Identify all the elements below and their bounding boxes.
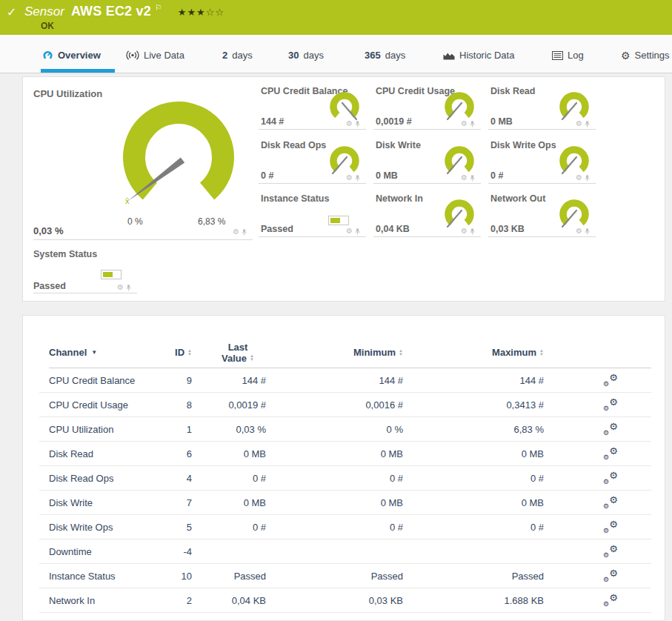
gauge-max-label: 6,83 %: [198, 216, 225, 227]
flag-icon[interactable]: ⚐: [155, 3, 162, 13]
table-body: CPU Credit Balance 9 144 # 144 # 144 # ⚙…: [23, 368, 665, 613]
cell-id: 8: [171, 399, 201, 411]
pin-icon[interactable]: [470, 228, 475, 235]
tab-2-days[interactable]: 2 days: [222, 50, 253, 61]
table-row-cpu-credit-balance[interactable]: CPU Credit Balance 9 144 # 144 # 144 # ⚙…: [23, 368, 665, 393]
status-bar-fill: [103, 272, 113, 277]
gear-icon[interactable]: ⚙: [346, 120, 353, 127]
table-row-disk-read-ops[interactable]: Disk Read Ops 4 0 # 0 # 0 # ⚙⚙: [23, 466, 665, 491]
cell-minimum: 0 #: [275, 522, 412, 533]
tab-overview[interactable]: Overview: [42, 50, 101, 61]
channel-settings-icon[interactable]: ⚙⚙: [603, 448, 618, 460]
tab-365-days[interactable]: 365 days: [365, 50, 405, 61]
channel-tile-network-out[interactable]: Network Out 0,03 KB ⚙: [488, 190, 596, 237]
sensor-status-badge: OK: [41, 21, 54, 31]
channel-tile-title: Disk Read: [490, 86, 535, 96]
tab-label: days: [303, 50, 323, 61]
channel-settings-icon[interactable]: ⚙⚙: [603, 423, 618, 436]
gear-icon[interactable]: ⚙: [346, 228, 353, 235]
channel-tile-cpu-credit-balance[interactable]: CPU Credit Balance 144 # ⚙: [259, 83, 366, 130]
gear-icon[interactable]: ⚙: [233, 228, 239, 236]
pin-icon[interactable]: [470, 121, 475, 127]
tab-log[interactable]: Log: [552, 50, 584, 61]
cell-maximum: 1.688 KB: [412, 595, 553, 606]
channel-tile-system-status[interactable]: System Status Passed ⚙: [33, 246, 137, 293]
cell-id: 6: [171, 448, 201, 459]
column-header-id[interactable]: ID▲▼: [171, 347, 201, 358]
cell-id: 10: [171, 571, 201, 582]
cell-channel: Network In: [49, 595, 171, 606]
channel-settings-icon[interactable]: ⚙⚙: [603, 497, 618, 509]
gear-icon[interactable]: ⚙: [576, 174, 582, 182]
gear-icon[interactable]: ⚙: [117, 284, 124, 291]
channel-tile-disk-write[interactable]: Disk Write 0 MB ⚙: [373, 137, 481, 184]
pin-icon[interactable]: [585, 121, 590, 127]
pin-icon[interactable]: [126, 285, 131, 291]
pin-icon[interactable]: [355, 121, 360, 127]
cell-minimum: 0,03 KB: [275, 595, 412, 606]
column-header-channel[interactable]: Channel▼: [49, 347, 171, 358]
table-row-instance-status[interactable]: Instance Status 10 Passed Passed Passed …: [23, 564, 665, 588]
column-header-maximum[interactable]: Maximum▲▼: [412, 347, 553, 358]
main-gauge: [116, 88, 242, 207]
channel-tile-network-in[interactable]: Network In 0,04 KB ⚙: [373, 190, 481, 237]
table-row-disk-read[interactable]: Disk Read 6 0 MB 0 MB 0 MB ⚙⚙: [23, 442, 665, 466]
tab-settings[interactable]: ⚙ Settings: [621, 50, 670, 61]
channel-settings-icon[interactable]: ⚙⚙: [603, 570, 618, 582]
tile-tools: ⚙: [117, 284, 131, 291]
gear-icon[interactable]: ⚙: [576, 120, 582, 127]
pin-icon[interactable]: [585, 175, 590, 182]
table-row-downtime[interactable]: Downtime -4 ⚙⚙: [23, 539, 665, 564]
tab-label: Live Data: [144, 50, 184, 61]
gear-icon[interactable]: ⚙: [576, 228, 582, 235]
channel-settings-icon[interactable]: ⚙⚙: [603, 399, 618, 411]
cell-last-value: 144 #: [201, 375, 275, 386]
channel-settings-icon[interactable]: ⚙⚙: [603, 374, 618, 387]
channel-tile-value: 144 #: [261, 116, 284, 127]
column-header-last-value[interactable]: LastValue▲▼: [201, 342, 275, 364]
gear-icon[interactable]: ⚙: [461, 228, 468, 235]
table-row-cpu-utilization[interactable]: CPU Utilization 1 0,03 % 0 % 6,83 % ⚙⚙: [23, 417, 665, 442]
cell-id: 4: [171, 473, 201, 484]
tab-historic-data[interactable]: Historic Data: [443, 50, 514, 61]
table-row-disk-write-ops[interactable]: Disk Write Ops 5 0 # 0 # 0 # ⚙⚙: [23, 515, 665, 539]
pin-icon[interactable]: [355, 228, 360, 235]
channel-settings-icon[interactable]: ⚙⚙: [603, 545, 618, 558]
channel-tile-cpu-utilization[interactable]: CPU Utilization x̄ 0 % 6,83 % 0,03 % ⚙: [33, 83, 253, 240]
cell-id: -4: [171, 546, 201, 557]
channel-settings-icon[interactable]: ⚙⚙: [603, 472, 618, 485]
cell-id: 5: [171, 522, 201, 533]
table-row-cpu-credit-usage[interactable]: CPU Credit Usage 8 0,0019 # 0,0016 # 0,3…: [23, 393, 665, 417]
channel-tile-value: 0,03 %: [33, 225, 63, 236]
tab-30-days[interactable]: 30 days: [288, 50, 324, 61]
pin-icon[interactable]: [242, 229, 247, 236]
tab-number: 365: [365, 50, 381, 61]
mean-marker: x̄: [125, 196, 130, 205]
cell-last-value: Passed: [201, 571, 275, 582]
gear-icon[interactable]: ⚙: [461, 120, 468, 127]
table-row-disk-write[interactable]: Disk Write 7 0 MB 0 MB 0 MB ⚙⚙: [23, 491, 665, 515]
channel-tile-disk-write-ops[interactable]: Disk Write Ops 0 # ⚙: [488, 137, 596, 184]
pin-icon[interactable]: [355, 175, 360, 182]
channel-tile-disk-read-ops[interactable]: Disk Read Ops 0 # ⚙: [259, 137, 366, 184]
table-row-network-in[interactable]: Network In 2 0,04 KB 0,03 KB 1.688 KB ⚙⚙: [23, 588, 665, 613]
cell-channel: Downtime: [49, 546, 171, 557]
tab-label: Log: [568, 50, 584, 61]
gear-icon[interactable]: ⚙: [346, 174, 353, 182]
channel-settings-icon[interactable]: ⚙⚙: [603, 594, 618, 607]
tile-tools: ⚙: [346, 120, 360, 127]
gear-icon[interactable]: ⚙: [461, 174, 468, 182]
pin-icon[interactable]: [470, 175, 475, 182]
priority-stars[interactable]: ★★★☆☆: [178, 7, 224, 18]
channel-tile-value: 0 MB: [376, 170, 398, 181]
channel-tile-cpu-credit-usage[interactable]: CPU Credit Usage 0,0019 # ⚙: [373, 83, 481, 130]
channel-tile-disk-read[interactable]: Disk Read 0 MB ⚙: [488, 83, 596, 130]
channel-tile-instance-status[interactable]: Instance Status Passed ⚙: [259, 190, 366, 237]
column-header-minimum[interactable]: Minimum▲▼: [275, 347, 412, 358]
channel-settings-icon[interactable]: ⚙⚙: [603, 521, 618, 534]
tab-label: Historic Data: [459, 50, 514, 61]
cell-id: 9: [171, 375, 201, 386]
sensor-header: ✓ Sensor AWS EC2 v2 ⚐ ★★★☆☆ OK: [0, 0, 672, 35]
tab-live-data[interactable]: Live Data: [126, 50, 184, 61]
pin-icon[interactable]: [585, 228, 590, 235]
